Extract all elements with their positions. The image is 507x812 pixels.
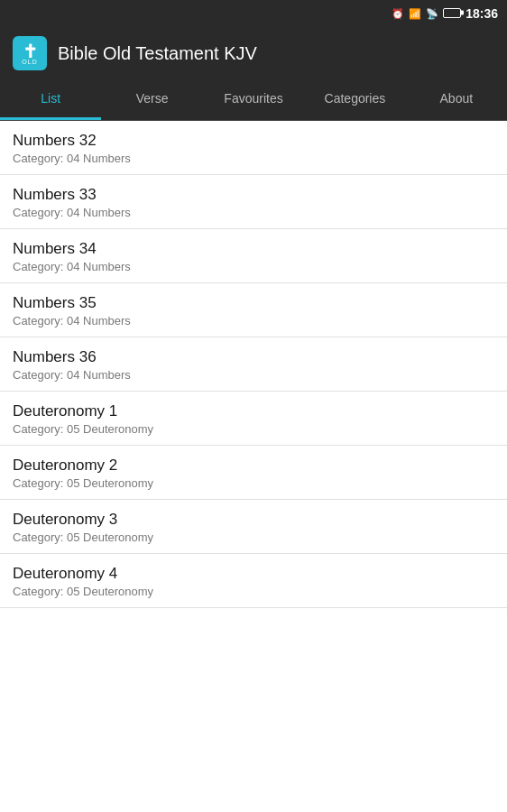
logo-old-label: OLD — [22, 59, 37, 65]
list-item-title: Numbers 32 — [13, 132, 493, 150]
signal-icon: 📡 — [426, 8, 438, 20]
list-item-subtitle: Category: 04 Numbers — [13, 152, 493, 165]
tab-about[interactable]: About — [406, 79, 507, 120]
list-item[interactable]: Numbers 33 Category: 04 Numbers — [0, 175, 507, 229]
list-item[interactable]: Deuteronomy 4 Category: 05 Deuteronomy — [0, 554, 507, 608]
tab-categories[interactable]: Categories — [304, 79, 405, 120]
list-item-title: Numbers 35 — [13, 294, 493, 312]
list-item-title: Numbers 36 — [13, 348, 493, 366]
list-item-title: Deuteronomy 3 — [13, 511, 493, 529]
list-item-title: Numbers 34 — [13, 240, 493, 258]
battery-icon — [443, 8, 461, 20]
list-item[interactable]: Numbers 35 Category: 04 Numbers — [0, 283, 507, 337]
tab-bar: List Verse Favourites Categories About — [0, 79, 507, 121]
list-item-subtitle: Category: 05 Deuteronomy — [13, 531, 493, 544]
list-item-subtitle: Category: 04 Numbers — [13, 260, 493, 273]
list-item[interactable]: Numbers 32 Category: 04 Numbers — [0, 121, 507, 175]
list-item-subtitle: Category: 04 Numbers — [13, 368, 493, 382]
list-item-title: Deuteronomy 4 — [13, 565, 493, 583]
cross-icon: ✝ — [23, 42, 38, 60]
list-item-subtitle: Category: 04 Numbers — [13, 314, 493, 328]
list-item-subtitle: Category: 05 Deuteronomy — [13, 476, 493, 490]
app-header: ✝ OLD Bible Old Testament KJV — [0, 27, 507, 79]
book-list: Numbers 32 Category: 04 Numbers Numbers … — [0, 121, 507, 812]
tab-list[interactable]: List — [0, 79, 101, 120]
list-item-title: Deuteronomy 2 — [13, 457, 493, 475]
wifi-icon: 📶 — [409, 8, 421, 20]
list-item[interactable]: Deuteronomy 1 Category: 05 Deuteronomy — [0, 392, 507, 446]
status-time: 18:36 — [466, 6, 498, 21]
app-logo: ✝ OLD — [13, 36, 47, 70]
list-item[interactable]: Numbers 34 Category: 04 Numbers — [0, 229, 507, 283]
tab-verse[interactable]: Verse — [101, 79, 202, 120]
list-item[interactable]: Numbers 36 Category: 04 Numbers — [0, 337, 507, 392]
list-item-title: Numbers 33 — [13, 186, 493, 204]
app-title: Bible Old Testament KJV — [58, 43, 257, 64]
list-item[interactable]: Deuteronomy 3 Category: 05 Deuteronomy — [0, 500, 507, 554]
alarm-icon: ⏰ — [392, 8, 404, 20]
list-item-title: Deuteronomy 1 — [13, 402, 493, 420]
list-item[interactable]: Deuteronomy 2 Category: 05 Deuteronomy — [0, 446, 507, 500]
list-item-subtitle: Category: 04 Numbers — [13, 206, 493, 219]
status-icons: ⏰ 📶 📡 18:36 — [392, 6, 498, 21]
list-item-subtitle: Category: 05 Deuteronomy — [13, 422, 493, 436]
tab-favourites[interactable]: Favourites — [203, 79, 304, 120]
list-item-subtitle: Category: 05 Deuteronomy — [13, 585, 493, 598]
status-bar: ⏰ 📶 📡 18:36 — [0, 0, 507, 27]
